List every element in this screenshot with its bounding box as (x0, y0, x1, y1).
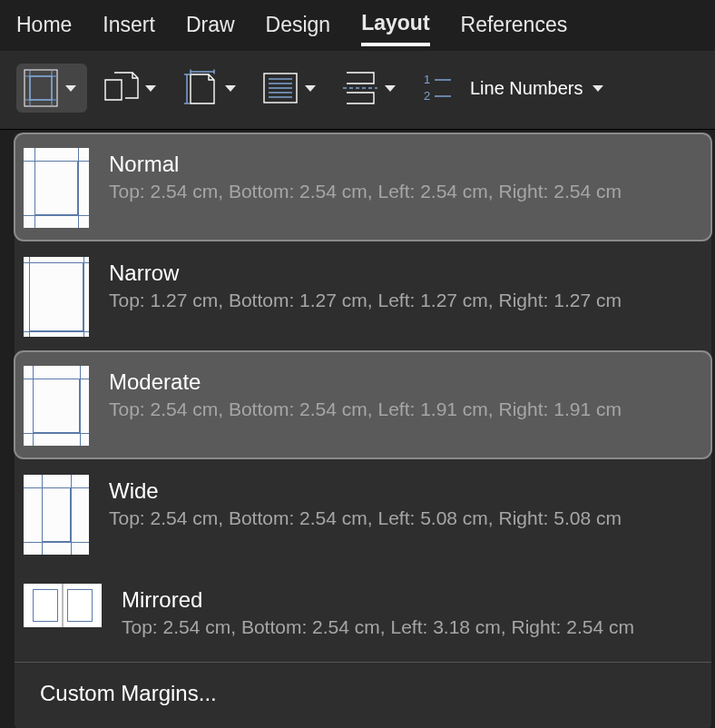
margin-option-desc: Top: 2.54 cm, Bottom: 2.54 cm, Left: 2.5… (109, 181, 622, 202)
svg-text:1: 1 (424, 73, 430, 86)
ribbon-tabs: Home Insert Draw Design Layout Reference… (0, 0, 715, 51)
margin-option-narrow[interactable]: NarrowTop: 1.27 cm, Bottom: 1.27 cm, Lef… (15, 242, 711, 349)
margin-thumb-normal (24, 148, 89, 228)
chevron-down-icon (225, 85, 236, 92)
tab-insert[interactable]: Insert (103, 13, 155, 44)
margins-dropdown: NormalTop: 2.54 cm, Bottom: 2.54 cm, Lef… (15, 133, 711, 728)
breaks-icon (341, 69, 379, 107)
line-numbers-label: Line Numbers (470, 78, 583, 99)
chevron-down-icon (65, 85, 76, 92)
tab-layout[interactable]: Layout (361, 11, 429, 46)
orientation-icon (102, 69, 140, 107)
margin-option-title: Normal (109, 152, 622, 177)
tab-design[interactable]: Design (266, 13, 331, 44)
margin-thumb-narrow (24, 257, 89, 337)
margin-option-title: Narrow (109, 261, 622, 286)
line-numbers-icon: 1 2 (419, 69, 457, 107)
chevron-down-icon (385, 85, 396, 92)
margin-thumb-wide (24, 475, 89, 555)
margin-option-title: Moderate (109, 369, 622, 395)
custom-margins-button[interactable]: Custom Margins... (15, 663, 711, 726)
margin-option-desc: Top: 1.27 cm, Bottom: 1.27 cm, Left: 1.2… (109, 290, 622, 311)
margin-option-title: Mirrored (122, 587, 634, 613)
margin-option-title: Wide (109, 478, 622, 504)
columns-button[interactable] (256, 64, 327, 113)
margin-option-desc: Top: 2.54 cm, Bottom: 2.54 cm, Left: 3.1… (122, 616, 634, 638)
svg-rect-1 (30, 76, 52, 100)
tab-references[interactable]: References (461, 13, 568, 44)
margin-option-normal[interactable]: NormalTop: 2.54 cm, Bottom: 2.54 cm, Lef… (15, 133, 711, 241)
margins-button[interactable] (16, 64, 87, 113)
chevron-down-icon (145, 85, 156, 92)
tab-draw[interactable]: Draw (186, 13, 235, 44)
margin-thumb-mirrored (24, 584, 102, 627)
breaks-button[interactable] (336, 64, 406, 113)
columns-icon (261, 69, 299, 107)
orientation-button[interactable] (96, 64, 167, 113)
margin-thumb-moderate (24, 366, 89, 446)
svg-text:2: 2 (424, 89, 430, 103)
size-icon (181, 69, 220, 107)
tab-home[interactable]: Home (16, 13, 72, 44)
chevron-down-icon (593, 85, 603, 92)
line-numbers-button[interactable]: Line Numbers (466, 78, 609, 99)
size-button[interactable] (176, 64, 247, 113)
margin-option-moderate[interactable]: ModerateTop: 2.54 cm, Bottom: 2.54 cm, L… (15, 351, 711, 458)
margin-option-wide[interactable]: WideTop: 2.54 cm, Bottom: 2.54 cm, Left:… (15, 460, 711, 567)
margins-icon (22, 69, 60, 107)
margin-option-mirrored[interactable]: MirroredTop: 2.54 cm, Bottom: 2.54 cm, L… (15, 569, 711, 651)
chevron-down-icon (305, 85, 316, 92)
margin-option-desc: Top: 2.54 cm, Bottom: 2.54 cm, Left: 1.9… (109, 398, 622, 420)
margin-option-desc: Top: 2.54 cm, Bottom: 2.54 cm, Left: 5.0… (109, 507, 622, 529)
layout-command-row: 1 2 Line Numbers (0, 51, 715, 130)
